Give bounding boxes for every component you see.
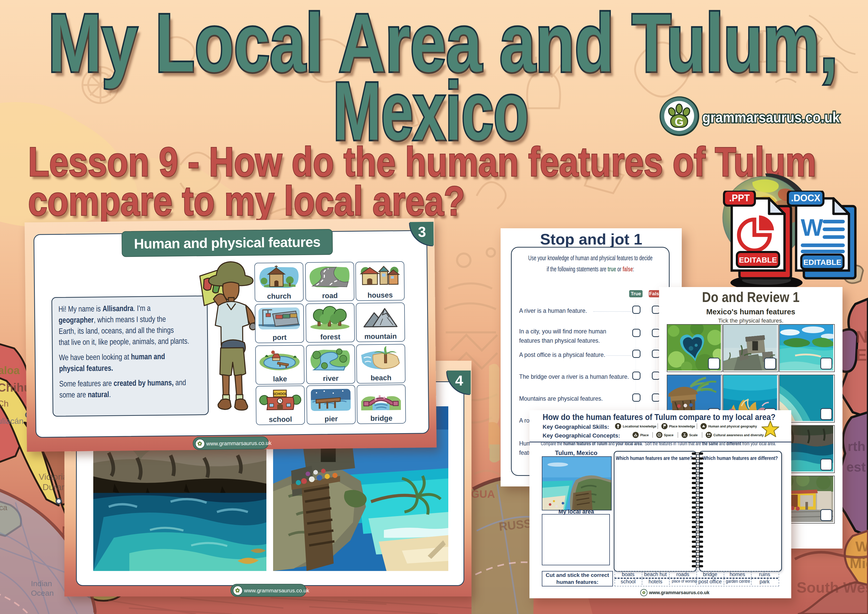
svg-text:GUA: GUA — [471, 488, 495, 500]
svg-text:.PPT: .PPT — [729, 193, 750, 203]
svg-text:rth: rth — [848, 439, 865, 454]
svg-text:G: G — [675, 115, 684, 128]
svg-text:Locational knowledge: Locational knowledge — [623, 425, 656, 428]
svg-text:Human and physical geography: Human and physical geography — [708, 425, 757, 428]
svg-text:Place knowledge: Place knowledge — [669, 425, 695, 428]
svg-text:W: W — [801, 214, 823, 241]
svg-text:Indian: Indian — [31, 579, 52, 588]
svg-text:SCHOOL: SCHOOL — [273, 392, 287, 396]
svg-text:ica: ica — [0, 503, 8, 512]
svg-text:uliacán: uliacán — [0, 416, 23, 426]
svg-text:N: N — [856, 328, 868, 346]
svg-text:Scale: Scale — [689, 433, 698, 437]
svg-text:EDITABLE: EDITABLE — [739, 256, 777, 264]
svg-text:Ocean: Ocean — [31, 589, 54, 597]
svg-text:Midl: Midl — [850, 555, 868, 571]
svg-text:est: est — [846, 459, 866, 474]
svg-text:E: E — [856, 346, 867, 364]
svg-text:aloa: aloa — [0, 364, 20, 377]
svg-text:W: W — [856, 538, 868, 555]
svg-text:Ch: Ch — [0, 398, 8, 408]
svg-text:EDITABLE: EDITABLE — [803, 258, 842, 267]
svg-text:South West: South West — [797, 579, 868, 596]
svg-text:Cultural awareness and diversi: Cultural awareness and diversity — [713, 433, 764, 437]
svg-text:Space: Space — [664, 433, 673, 437]
svg-text:.DOCX: .DOCX — [791, 193, 820, 203]
svg-text:grammarsaurus.co.uk: grammarsaurus.co.uk — [702, 109, 840, 126]
svg-text:Place: Place — [640, 433, 649, 437]
